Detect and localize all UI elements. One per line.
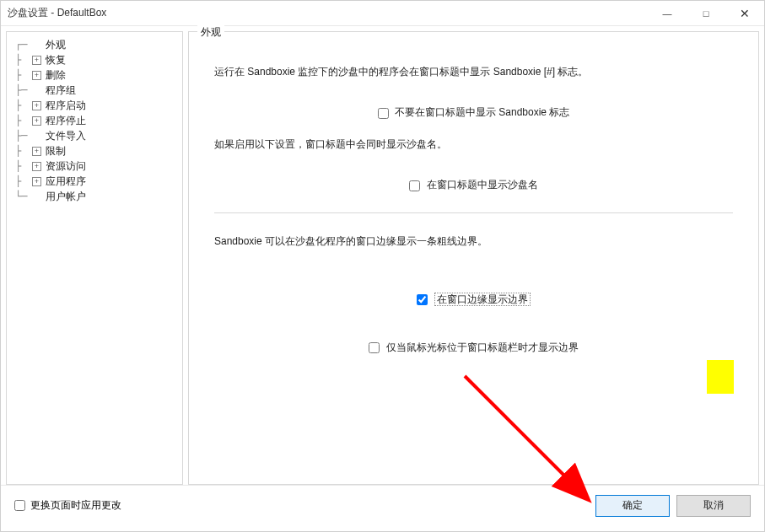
description-2: 如果启用以下设置，窗口标题中会同时显示沙盘名。 — [214, 137, 733, 153]
tree-connector: ├ — [15, 175, 32, 187]
tree-connector: ├ — [15, 54, 32, 66]
tree-label: 文件导入 — [46, 129, 86, 143]
checkbox-input-1[interactable] — [378, 108, 389, 119]
tree-item-recovery[interactable]: ├ + 恢复 — [10, 52, 179, 67]
tree-label: 程序启动 — [46, 99, 86, 113]
window-title: 沙盘设置 - DefaultBox — [8, 6, 648, 20]
annotation-highlight-box — [707, 360, 734, 394]
checkbox-row-4: 仅当鼠标光标位于窗口标题栏时才显示边界 — [214, 341, 733, 355]
description-3: Sandboxie 可以在沙盘化程序的窗口边缘显示一条粗线边界。 — [214, 234, 733, 250]
checkbox-hide-title-indicator[interactable]: 不要在窗口标题中显示 Sandboxie 标志 — [378, 106, 570, 118]
tree-connector: ├ — [15, 160, 32, 172]
maximize-button[interactable]: □ — [687, 1, 725, 26]
expand-icon[interactable]: + — [32, 177, 41, 186]
checkbox-show-box-name[interactable]: 在窗口标题中显示沙盘名 — [409, 179, 537, 191]
tree-connector: ├─ — [15, 130, 32, 142]
tree-item-user-accounts[interactable]: └─ 用户帐户 — [10, 189, 179, 204]
cancel-button[interactable]: 取消 — [676, 495, 751, 517]
divider — [214, 212, 733, 213]
close-button[interactable]: ✕ — [725, 1, 764, 26]
tree-item-program-stop[interactable]: ├ + 程序停止 — [10, 113, 179, 128]
sidebar: ┌─ 外观 ├ + 恢复 ├ + 删除 ├─ 程序组 ├ + — [6, 31, 183, 485]
tree-label: 应用程序 — [46, 175, 86, 189]
tree-connector: ├ — [15, 69, 32, 81]
tree-item-delete[interactable]: ├ + 删除 — [10, 67, 179, 83]
tree-connector: └─ — [15, 191, 32, 202]
tree-noexpand — [32, 192, 41, 202]
bottom-bar: 更换页面时应用更改 确定 取消 — [1, 485, 764, 525]
checkbox-row-2: 在窗口标题中显示沙盘名 — [214, 178, 733, 192]
checkbox-label-2: 在窗口标题中显示沙盘名 — [427, 179, 538, 191]
checkbox-input-3[interactable] — [417, 294, 428, 305]
tree-item-restrictions[interactable]: ├ + 限制 — [10, 143, 179, 159]
tree-label: 限制 — [46, 144, 66, 159]
tree-label: 删除 — [46, 68, 66, 83]
tree-label: 程序停止 — [46, 114, 86, 128]
checkbox-input-4[interactable] — [369, 342, 380, 353]
tree-item-resource-access[interactable]: ├ + 资源访问 — [10, 159, 179, 174]
checkbox-label-3: 在窗口边缘显示边界 — [434, 293, 531, 306]
tree-item-file-import[interactable]: ├─ 文件导入 — [10, 128, 179, 143]
tree-label: 外观 — [46, 38, 66, 52]
expand-icon[interactable]: + — [32, 56, 41, 65]
expand-icon[interactable]: + — [32, 147, 41, 156]
titlebar: 沙盘设置 - DefaultBox — □ ✕ — [1, 1, 764, 26]
content-panel: 外观 运行在 Sandboxie 监控下的沙盘中的程序会在窗口标题中显示 San… — [188, 31, 759, 485]
tree-noexpand — [32, 86, 41, 95]
expand-icon[interactable]: + — [32, 71, 41, 80]
tree-item-applications[interactable]: ├ + 应用程序 — [10, 174, 179, 189]
tree-item-program-start[interactable]: ├ + 程序启动 — [10, 98, 179, 113]
tree-label: 程序组 — [46, 83, 76, 98]
tree-connector: ├ — [15, 115, 32, 126]
tree-label: 资源访问 — [46, 159, 86, 174]
checkbox-input-2[interactable] — [409, 180, 420, 191]
tree-noexpand — [32, 40, 41, 50]
bottom-left: 更换页面时应用更改 — [14, 498, 589, 513]
tree-label: 用户帐户 — [46, 190, 86, 204]
tree-label: 恢复 — [46, 53, 66, 67]
checkbox-label-4: 仅当鼠标光标位于窗口标题栏时才显示边界 — [386, 341, 579, 353]
tree-noexpand — [32, 132, 41, 141]
tree-connector: ├ — [15, 145, 32, 157]
checkbox-show-border[interactable]: 在窗口边缘显示边界 — [417, 293, 530, 305]
settings-tree: ┌─ 外观 ├ + 恢复 ├ + 删除 ├─ 程序组 ├ + — [10, 37, 179, 204]
minimize-button[interactable]: — — [648, 1, 687, 26]
tree-connector: ├─ — [15, 84, 32, 96]
checkbox-row-3: 在窗口边缘显示边界 — [214, 293, 733, 307]
ok-button[interactable]: 确定 — [595, 495, 670, 517]
main-area: ┌─ 外观 ├ + 恢复 ├ + 删除 ├─ 程序组 ├ + — [1, 26, 764, 485]
groupbox-title: 外观 — [197, 25, 224, 40]
window-buttons: — □ ✕ — [648, 1, 764, 26]
checkbox-row-1: 不要在窗口标题中显示 Sandboxie 标志 — [214, 105, 733, 120]
expand-icon[interactable]: + — [32, 116, 41, 126]
description-1: 运行在 Sandboxie 监控下的沙盘中的程序会在窗口标题中显示 Sandbo… — [214, 64, 733, 80]
apply-on-change-label: 更换页面时应用更改 — [30, 498, 121, 513]
tree-item-program-group[interactable]: ├─ 程序组 — [10, 83, 179, 98]
tree-connector: ┌─ — [15, 39, 32, 51]
expand-icon[interactable]: + — [32, 162, 41, 171]
apply-on-change-checkbox[interactable] — [14, 500, 25, 511]
checkbox-border-on-hover[interactable]: 仅当鼠标光标位于窗口标题栏时才显示边界 — [369, 341, 578, 353]
tree-item-appearance[interactable]: ┌─ 外观 — [10, 37, 179, 52]
expand-icon[interactable]: + — [32, 101, 41, 110]
appearance-groupbox: 外观 运行在 Sandboxie 监控下的沙盘中的程序会在窗口标题中显示 San… — [188, 31, 759, 485]
tree-connector: ├ — [15, 99, 32, 111]
checkbox-label-1: 不要在窗口标题中显示 Sandboxie 标志 — [395, 106, 569, 118]
